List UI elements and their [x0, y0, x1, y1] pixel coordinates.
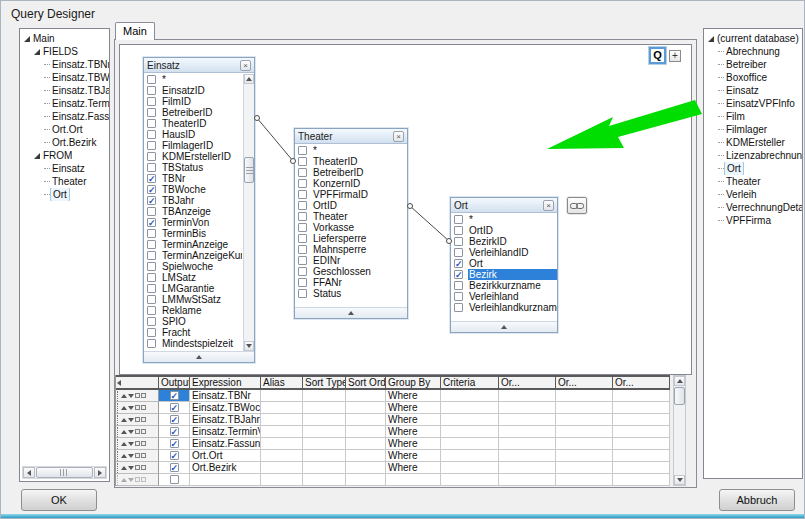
grid-cell-sort_order[interactable]	[346, 414, 386, 426]
right-tree-item[interactable]: Betreiber	[704, 58, 802, 71]
hscroll-right-button[interactable]	[94, 467, 106, 478]
left-tree-group-fields[interactable]: FIELDS	[20, 45, 109, 58]
grid-vscrollbar[interactable]	[673, 375, 686, 486]
grid-scroll-thumb[interactable]	[674, 387, 685, 405]
grid-scroll-down-button[interactable]	[674, 475, 685, 485]
field-checkbox[interactable]	[454, 226, 463, 235]
grid-cell-sort_order[interactable]	[346, 438, 386, 450]
left-tree-item[interactable]: Einsatz.Fassung	[20, 110, 109, 123]
table-box-einsatz[interactable]: Einsatz×*EinsatzIDFilmIDBetreiberIDTheat…	[143, 57, 255, 363]
field-row[interactable]: Geschlossen	[295, 266, 407, 277]
field-checkbox[interactable]	[147, 284, 156, 293]
field-row[interactable]: VPFFirmaID	[295, 189, 407, 200]
field-checkbox[interactable]	[298, 256, 307, 265]
grid-cell-criteria[interactable]	[441, 414, 499, 426]
table-box-footer[interactable]	[451, 321, 557, 332]
move-down-icon[interactable]	[128, 466, 134, 470]
field-checkbox[interactable]	[298, 289, 307, 298]
field-row[interactable]: Theater	[295, 211, 407, 222]
field-row[interactable]: ✓TBWoche	[144, 184, 254, 195]
grid-row-handle[interactable]	[116, 390, 159, 402]
grid-row-handle[interactable]	[116, 450, 159, 462]
output-checkbox[interactable]: ✓	[170, 427, 179, 436]
field-checkbox[interactable]	[147, 141, 156, 150]
field-checkbox[interactable]	[298, 157, 307, 166]
grid-scroll-up-button[interactable]	[674, 376, 685, 386]
right-tree-item[interactable]: Filmlager	[704, 123, 802, 136]
output-checkbox[interactable]: ✓	[170, 439, 179, 448]
grid-cell-criteria[interactable]	[441, 402, 499, 414]
grid-cell-sort_order[interactable]	[346, 390, 386, 402]
move-up-icon[interactable]	[121, 430, 127, 434]
grid-cell-output[interactable]: ✓	[159, 390, 190, 402]
field-row[interactable]: FFANr	[295, 277, 407, 288]
field-row[interactable]: TerminAnzeigeKurz	[144, 250, 254, 261]
output-checkbox[interactable]	[170, 475, 179, 484]
field-checkbox[interactable]: ✓	[147, 174, 156, 183]
insert-row-icon[interactable]	[135, 453, 140, 458]
grid-cell-output[interactable]: ✓	[159, 438, 190, 450]
grid-cell-or2[interactable]	[556, 438, 613, 450]
grid-cell-or2[interactable]	[556, 414, 613, 426]
delete-row-icon[interactable]	[141, 417, 146, 422]
left-tree-item[interactable]: Theater	[20, 175, 109, 188]
delete-row-icon[interactable]	[141, 453, 146, 458]
grid-cell-or3[interactable]	[613, 390, 670, 402]
field-checkbox[interactable]	[298, 267, 307, 276]
grid-cell-sort_order[interactable]	[346, 450, 386, 462]
grid-cell-or2[interactable]	[556, 474, 613, 486]
field-checkbox[interactable]	[454, 237, 463, 246]
scroll-thumb[interactable]	[244, 157, 254, 183]
grid-cell-sort_type[interactable]	[303, 402, 346, 414]
field-row[interactable]: HausID	[144, 129, 254, 140]
move-down-icon[interactable]	[128, 406, 134, 410]
field-row[interactable]: *	[295, 145, 407, 156]
grid-cell-sort_type[interactable]	[303, 438, 346, 450]
left-tree-group-from[interactable]: FROM	[20, 149, 109, 162]
scroll-down-button[interactable]	[244, 341, 254, 351]
grid-cell-or2[interactable]	[556, 402, 613, 414]
grid-cell-alias[interactable]	[261, 462, 303, 474]
field-checkbox[interactable]	[454, 281, 463, 290]
field-row[interactable]: ✓Bezirk	[451, 269, 557, 280]
close-icon[interactable]: ×	[393, 131, 404, 142]
grid-cell-sort_type[interactable]	[303, 414, 346, 426]
right-tree-item[interactable]: EinsatzVPFInfo	[704, 97, 802, 110]
grid-cell-group_by[interactable]: Where	[386, 390, 441, 402]
field-row[interactable]: SPIO	[144, 316, 254, 327]
field-row[interactable]: ✓TerminVon	[144, 217, 254, 228]
grid-cell-or3[interactable]	[613, 450, 670, 462]
field-row[interactable]: FilmID	[144, 96, 254, 107]
output-checkbox[interactable]: ✓	[170, 403, 179, 412]
left-tree-item[interactable]: Einsatz.TBWoche	[20, 71, 109, 84]
field-checkbox[interactable]	[147, 262, 156, 271]
grid-cell-sort_order[interactable]	[346, 426, 386, 438]
field-checkbox[interactable]	[147, 251, 156, 260]
field-row[interactable]: TBStatus	[144, 162, 254, 173]
field-checkbox[interactable]	[298, 245, 307, 254]
ok-button[interactable]: OK	[21, 489, 97, 511]
field-row[interactable]: ✓TBNr	[144, 173, 254, 184]
field-row[interactable]: LMGarantie	[144, 283, 254, 294]
grid-row-handle[interactable]	[116, 474, 159, 486]
table-box-ort[interactable]: Ort×*OrtIDBezirkIDVerleihlandID✓Ort✓Bezi…	[450, 197, 558, 333]
grid-cell-sort_type[interactable]	[303, 390, 346, 402]
field-checkbox[interactable]	[454, 292, 463, 301]
table-box-header[interactable]: Ort×	[451, 198, 557, 213]
field-checkbox[interactable]	[147, 328, 156, 337]
left-tree-root[interactable]: Main	[20, 32, 109, 45]
field-row[interactable]: BetreiberID	[295, 167, 407, 178]
grid-column-header[interactable]: Expression	[190, 377, 261, 388]
right-tree-root[interactable]: (current database)	[704, 32, 802, 45]
grid-cell-expression[interactable]: Einsatz.TBJahr	[190, 414, 261, 426]
insert-row-icon[interactable]	[135, 465, 140, 470]
table-box-theater[interactable]: Theater×*TheaterIDBetreiberIDKonzernIDVP…	[294, 128, 408, 319]
grid-column-header[interactable]: Sort Order	[346, 377, 386, 388]
field-row[interactable]: BetreiberID	[144, 107, 254, 118]
grid-cell-or3[interactable]	[613, 402, 670, 414]
grid-cell-criteria[interactable]	[441, 474, 499, 486]
right-tree-item[interactable]: Ort	[704, 162, 802, 175]
field-row[interactable]: Reklame	[144, 305, 254, 316]
grid-cell-or3[interactable]	[613, 462, 670, 474]
field-row[interactable]: VerleihlandID	[451, 247, 557, 258]
